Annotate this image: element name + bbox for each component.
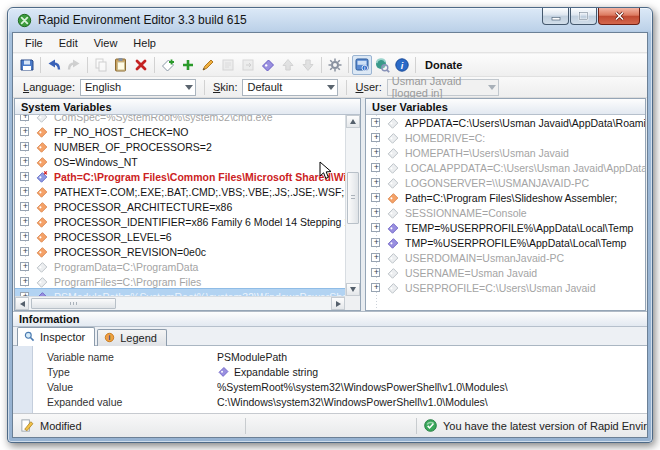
- orange-tag-icon: [35, 155, 49, 169]
- expander-icon[interactable]: [371, 253, 380, 262]
- expander-icon[interactable]: [371, 133, 380, 142]
- variable-row[interactable]: PATHEXT=.COM;.EXE;.BAT;.CMD;.VBS;.VBE;.J…: [15, 184, 345, 199]
- expander-icon[interactable]: [20, 262, 29, 271]
- scroll-right-button[interactable]: [331, 297, 345, 310]
- variable-row[interactable]: USERDOMAIN=UsmanJavaid-PC: [366, 250, 645, 265]
- settings-button[interactable]: [325, 55, 345, 75]
- expander-icon[interactable]: [371, 283, 380, 292]
- grid-gutter: [13, 346, 33, 417]
- variable-row[interactable]: PROCESSOR_ARCHITECTURE=x86: [15, 199, 345, 214]
- variable-row[interactable]: NUMBER_OF_PROCESSORS=2: [15, 139, 345, 154]
- expander-icon[interactable]: [371, 193, 380, 202]
- variable-row[interactable]: HOMEDRIVE=C:: [366, 130, 645, 145]
- menu-view[interactable]: View: [86, 35, 126, 51]
- check-updates-button[interactable]: [372, 55, 392, 75]
- skin-select[interactable]: Default: [242, 79, 338, 96]
- scroll-left-button[interactable]: [15, 297, 29, 310]
- add-value-button[interactable]: [178, 55, 198, 75]
- variable-row[interactable]: Path=C:\Program Files\Common Files\Micro…: [15, 169, 345, 184]
- variable-row[interactable]: LOGONSERVER=\\USMANJAVAID-PC: [366, 175, 645, 190]
- expander-icon[interactable]: [371, 268, 380, 277]
- make-expandable-icon: [260, 57, 276, 73]
- variable-row[interactable]: USERPROFILE=C:\Users\Usman Javaid: [366, 280, 645, 295]
- variable-text: OS=Windows_NT: [54, 156, 138, 168]
- menu-help[interactable]: Help: [125, 35, 164, 51]
- variable-row[interactable]: PROCESSOR_REVISION=0e0c: [15, 244, 345, 259]
- variable-row[interactable]: PROCESSOR_IDENTIFIER=x86 Family 6 Model …: [15, 214, 345, 229]
- separator: [346, 80, 347, 95]
- toolbar-separator: [87, 57, 88, 73]
- variable-row[interactable]: USERNAME=Usman Javaid: [366, 265, 645, 280]
- maximize-button[interactable]: [570, 8, 597, 25]
- undo-button[interactable]: [44, 55, 64, 75]
- scrollbar-thumb[interactable]: [31, 298, 116, 309]
- expander-icon[interactable]: [371, 118, 380, 127]
- expander-icon[interactable]: [20, 202, 29, 211]
- expander-icon[interactable]: [20, 157, 29, 166]
- modified-status: Modified: [13, 414, 245, 437]
- close-button[interactable]: [598, 8, 640, 25]
- scrollbar-thumb[interactable]: [347, 172, 359, 224]
- expander-icon[interactable]: [371, 223, 380, 232]
- scroll-up-button[interactable]: [346, 115, 360, 128]
- variable-row[interactable]: LOCALAPPDATA=C:\Users\Usman Javaid\AppDa…: [366, 160, 645, 175]
- donate-button[interactable]: Donate: [419, 57, 468, 73]
- variable-row[interactable]: HOMEPATH=\Users\Usman Javaid: [366, 145, 645, 160]
- expander-icon[interactable]: [371, 238, 380, 247]
- variable-row[interactable]: ProgramFiles=C:\Program Files: [15, 274, 345, 289]
- triangle-right-icon: [336, 301, 341, 307]
- language-label: Language:: [23, 81, 75, 93]
- variable-row[interactable]: PSModulePath=%SystemRoot%\system32\Windo…: [15, 289, 345, 296]
- user-label: User:: [355, 81, 381, 93]
- menu-edit[interactable]: Edit: [51, 35, 86, 51]
- expander-icon[interactable]: [20, 277, 29, 286]
- add-variable-button[interactable]: [158, 55, 178, 75]
- minimize-button[interactable]: [542, 8, 569, 25]
- vertical-scrollbar[interactable]: [345, 115, 360, 296]
- toggle-info-panel-button[interactable]: i: [352, 55, 372, 75]
- about-button[interactable]: i: [392, 55, 412, 75]
- expander-icon[interactable]: [20, 187, 29, 196]
- system-variables-list[interactable]: ComSpec=%SystemRoot%\system32\cmd.exeFP_…: [15, 115, 345, 296]
- expander-icon[interactable]: [20, 232, 29, 241]
- variable-row[interactable]: OS=Windows_NT: [15, 154, 345, 169]
- variable-row[interactable]: Path=C:\Program Files\Slideshow Assemble…: [366, 190, 645, 205]
- variable-row[interactable]: ProgramData=C:\ProgramData: [15, 259, 345, 274]
- expander-icon[interactable]: [371, 208, 380, 217]
- expander-icon[interactable]: [20, 217, 29, 226]
- inspector-row-label: Type: [33, 366, 217, 378]
- tab-legend[interactable]: iLegend: [97, 329, 167, 346]
- copy-button: [91, 55, 111, 75]
- delete-button[interactable]: [131, 55, 151, 75]
- expander-icon[interactable]: [20, 127, 29, 136]
- expander-icon[interactable]: [371, 148, 380, 157]
- gray-tag-icon: [386, 116, 400, 130]
- expander-icon[interactable]: [371, 178, 380, 187]
- expander-icon[interactable]: [20, 142, 29, 151]
- paste-button[interactable]: [111, 55, 131, 75]
- variable-row[interactable]: APPDATA=C:\Users\Usman Javaid\AppData\Ro…: [366, 115, 645, 130]
- titlebar[interactable]: Rapid Environment Editor 3.3 build 615: [8, 8, 652, 32]
- tab-inspector[interactable]: Inspector: [17, 327, 95, 346]
- scroll-down-button[interactable]: [346, 283, 360, 296]
- user-variables-list[interactable]: APPDATA=C:\Users\Usman Javaid\AppData\Ro…: [366, 115, 645, 310]
- variable-row[interactable]: PROCESSOR_LEVEL=6: [15, 229, 345, 244]
- expander-icon[interactable]: [20, 115, 29, 121]
- horizontal-scrollbar[interactable]: [15, 296, 345, 310]
- menu-file[interactable]: File: [17, 35, 51, 51]
- variable-row[interactable]: TMP=%USERPROFILE%\AppData\Local\Temp: [366, 235, 645, 250]
- save-button[interactable]: [17, 55, 37, 75]
- variable-row[interactable]: ComSpec=%SystemRoot%\system32\cmd.exe: [15, 115, 345, 124]
- expander-icon[interactable]: [20, 247, 29, 256]
- chevron-down-icon: [488, 85, 496, 90]
- variable-row[interactable]: TEMP=%USERPROFILE%\AppData\Local\Temp: [366, 220, 645, 235]
- information-section: Information InspectoriLegend Variable na…: [13, 311, 647, 417]
- inspector-row: Value%SystemRoot%\system32\WindowsPowerS…: [33, 379, 647, 394]
- expander-icon[interactable]: [371, 163, 380, 172]
- make-expandable-button[interactable]: [258, 55, 278, 75]
- variable-row[interactable]: FP_NO_HOST_CHECK=NO: [15, 124, 345, 139]
- edit-value-button[interactable]: [198, 55, 218, 75]
- language-select[interactable]: English: [80, 79, 196, 96]
- expander-icon[interactable]: [20, 172, 29, 181]
- variable-row[interactable]: SESSIONNAME=Console: [366, 205, 645, 220]
